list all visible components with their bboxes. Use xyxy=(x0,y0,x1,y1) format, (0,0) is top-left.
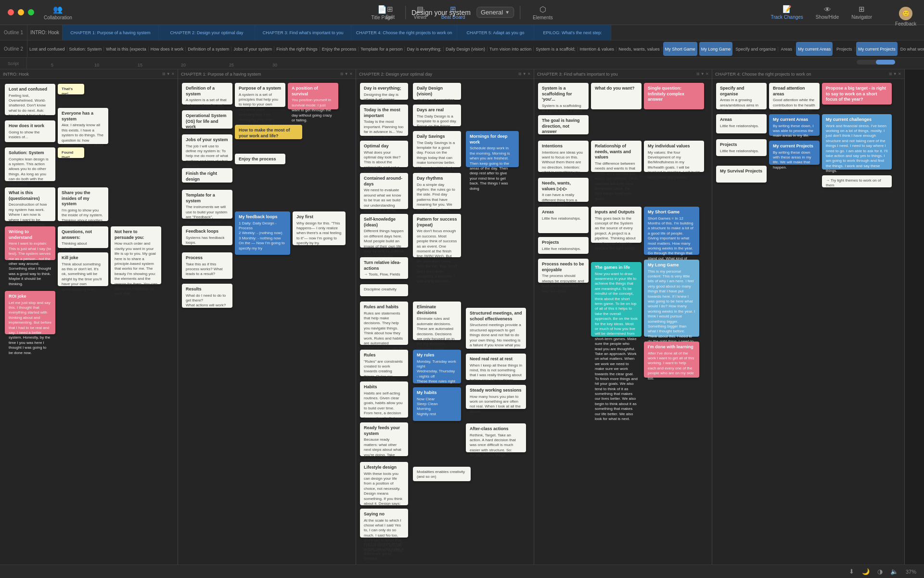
card-what-is-this[interactable]: What is this (questionaires) Deconstruct… xyxy=(5,187,55,221)
card-share-insides[interactable]: Share you the insides of my system I'm g… xyxy=(58,187,108,221)
close-button[interactable] xyxy=(8,9,14,15)
card-ready-feeds[interactable]: Ready feeds your system Because ready ma… xyxy=(360,422,408,456)
card-areas-ch4[interactable]: Areas Little five relationships. xyxy=(716,114,767,133)
card-writing-to-understand[interactable]: Writing to understand Here I want to exp… xyxy=(5,226,55,260)
card-results[interactable]: Results What do I need to do to get ther… xyxy=(182,284,232,308)
track-changes-button[interactable]: 📝 Track Changes xyxy=(765,3,808,22)
card-structured-meetings[interactable]: Structured meetings, and school effectiv… xyxy=(466,308,526,349)
card-finish-right[interactable]: Finish the right design xyxy=(182,168,232,183)
card-thats-me[interactable]: That's me! xyxy=(58,84,84,94)
card-current-areas-ch4[interactable]: My current Areas By writing these down, … xyxy=(769,114,820,136)
card-process-enjoyable[interactable]: Process needs to be enjoyable The proces… xyxy=(538,259,589,283)
card-my-habits[interactable]: My habits Now ClearSleep CleanMorningNig… xyxy=(413,387,461,421)
outline2-item-short-game[interactable]: My Short Game xyxy=(663,42,697,56)
card-discipline[interactable]: Discipline creativity xyxy=(360,284,408,296)
card-purpose[interactable]: Purpose of a system A system is a set of… xyxy=(235,83,285,107)
card-template-system[interactable]: Template for a system The instruments we… xyxy=(182,190,232,219)
card-process[interactable]: Process Take this as if this process wor… xyxy=(182,252,232,279)
card-my-long-game[interactable]: My Long Game This is my personal content… xyxy=(644,260,699,337)
outline2-item-8[interactable]: Template for a person xyxy=(359,47,405,52)
card-saying-no[interactable]: Saying no At the scale to which I chose … xyxy=(360,509,408,538)
section-ch4-controls[interactable]: ⊞ ▼ ✕ xyxy=(889,72,901,76)
card-need-rest[interactable]: Need real rest at rest When I keep all t… xyxy=(466,354,526,380)
card-rules[interactable]: Rules "Rules" are constraints created to… xyxy=(360,350,408,376)
card-specify-organise[interactable]: Specify and organise Areas in a growing … xyxy=(716,83,767,109)
card-optimal-day[interactable]: Optimal day What does your optimal day l… xyxy=(360,141,408,167)
card-operational[interactable]: Operational System (OS) for life and wor… xyxy=(182,110,232,129)
card-pattern-success[interactable]: Pattern for success (repeat) We don't fo… xyxy=(413,214,461,257)
card-intentions[interactable]: Intentions Intentions are ideas you want… xyxy=(538,141,589,172)
card-feedback-loops[interactable]: Feedback loops Systems has feedback loop… xyxy=(182,226,232,245)
card-found-that[interactable]: Found that! xyxy=(58,147,84,158)
card-habits[interactable]: Habits Habits are self-acting routines. … xyxy=(360,381,408,418)
outline2-item-6[interactable]: Finish the right things xyxy=(274,47,320,52)
general-dropdown[interactable]: General ▼ xyxy=(476,7,514,18)
section-ch1-controls[interactable]: ⊞ ▼ ✕ xyxy=(340,72,353,76)
card-self-knowledge[interactable]: Self-knowledge (ideas) Different things … xyxy=(360,214,408,248)
card-what-do-you-want[interactable]: What do you want? xyxy=(591,83,642,109)
outline1-ch1[interactable]: CHAPTER 1: Purpose of a having system xyxy=(63,25,159,40)
card-mornings-deep[interactable]: Mornings for deep work Schedule deep wor… xyxy=(466,131,519,167)
card-lifestyle-design[interactable]: Lifestyle design With these tools you ca… xyxy=(360,462,408,505)
card-rules-habits[interactable]: Rules and habits Rules are statements th… xyxy=(360,302,408,345)
outline2-item-long-game[interactable]: My Long Game xyxy=(699,42,733,56)
card-daily-design[interactable]: Daily Design (vision) started self annot… xyxy=(413,83,461,100)
section-ch3-controls[interactable]: ⊞ ▼ ✕ xyxy=(696,72,709,76)
card-joy-first[interactable]: Joy first Why design for this. "This hap… xyxy=(293,211,346,245)
card-not-persuade[interactable]: Not here to persuade you: How much order… xyxy=(111,226,161,284)
card-goal-having[interactable]: The goal is having direction, not answer xyxy=(538,115,589,134)
card-steady-sessions[interactable]: Steady working sessions How many hours y… xyxy=(466,385,526,409)
section-intro-controls[interactable]: ⊞ ▼ ✕ xyxy=(162,72,175,76)
outline2-item-16[interactable]: Areas xyxy=(778,47,795,52)
outline1-ch3[interactable]: CHAPTER 3: Find what's important to you xyxy=(255,25,351,40)
card-lost-confused[interactable]: Lost and confused Feeling lost, Overwhel… xyxy=(5,84,55,115)
outline1-ch2[interactable]: CHAPTER 2: Design your optimal day xyxy=(159,25,255,40)
card-broad-attention[interactable]: Broad attention areas Good attention whi… xyxy=(769,83,820,109)
show-hide-button[interactable]: 👁 Show/Hide xyxy=(810,3,845,22)
outline2-item-9[interactable]: Day is everything; xyxy=(405,47,444,52)
card-roi-joke[interactable]: ROI joke Let me just stop and say this. … xyxy=(5,291,55,334)
card-position-survival[interactable]: A position of survival You position your… xyxy=(288,83,338,109)
card-inputs-outputs[interactable]: Inputs and Outputs This goes back to the… xyxy=(591,207,642,243)
card-my-rules[interactable]: My rules Monday, Tuesday work nightWedne… xyxy=(413,350,461,383)
outline1-intro[interactable]: INTRO: Hook xyxy=(27,25,63,40)
card-day-everything[interactable]: Day is everything; Designing the day is … xyxy=(360,83,408,100)
card-projects[interactable]: Projects Little five relationships. xyxy=(538,237,589,254)
card-after-class[interactable]: After-class actions Rethink, Target. Tak… xyxy=(466,423,526,452)
outline2-item-7[interactable]: Enjoy the process xyxy=(320,47,359,52)
card-today-most-important[interactable]: Today is the most important Today is the… xyxy=(360,105,408,136)
outline2-item-2[interactable]: What is this (expecta xyxy=(104,47,149,52)
outline2-item-1[interactable]: Solution: System xyxy=(67,47,104,52)
outline2-item-17[interactable]: Projects xyxy=(834,47,855,52)
outline2-item-current-areas[interactable]: My current Areas xyxy=(796,42,833,56)
outline2-item-14[interactable]: Needs, wants, values xyxy=(616,47,662,52)
maximize-button[interactable] xyxy=(28,9,34,15)
title-page-button[interactable]: 📄 Title Page xyxy=(364,3,399,22)
card-done-learning[interactable]: I'm done with learning After I've done a… xyxy=(644,342,699,378)
card-relationship[interactable]: Relationship of needs, wants and values … xyxy=(591,141,642,172)
elements-button[interactable]: ⬡ Elements xyxy=(526,3,560,22)
card-eliminate-decisions[interactable]: Eliminate decisions Eliminate rules and … xyxy=(413,302,461,340)
card-kill-joke[interactable]: Kill joke Think about something as this … xyxy=(58,252,108,286)
outline2-item-11[interactable]: Turn vision into action xyxy=(488,47,534,52)
card-projects-ch4[interactable]: Projects Little five relationships. xyxy=(716,139,767,156)
card-day-rhythms[interactable]: Day rhythms Do a simple day rhythm: the … xyxy=(413,173,461,209)
card-current-projects-ch4[interactable]: My current Projects By writing these dow… xyxy=(769,141,820,165)
moon-icon[interactable]: 🌙 xyxy=(862,568,870,575)
scroll-bar-track[interactable] xyxy=(857,60,895,65)
card-my-short-game[interactable]: My Short Game Short Games = In 12 Months… xyxy=(644,207,699,255)
collaboration-button[interactable]: 👥 Collaboration xyxy=(44,5,72,20)
download-icon[interactable]: ⬇ xyxy=(849,568,854,575)
outline2-item-5[interactable]: Jobs of your system xyxy=(231,47,274,52)
card-try-light-themes[interactable]: → Try light themes to work on of them xyxy=(822,175,892,187)
feedback-button[interactable]: 🙂 Feedback xyxy=(895,7,916,26)
outline2-item-15[interactable]: Specify and organize xyxy=(733,47,778,52)
outline1-epilog[interactable]: EPILOG: What's the next step: xyxy=(534,25,611,40)
card-make-most[interactable]: How to make the most of your work and li… xyxy=(235,125,302,139)
outline2-item-13[interactable]: Intention & values xyxy=(578,47,617,52)
card-scaffolding[interactable]: System is a scaffolding for 'you'... Sys… xyxy=(538,83,589,109)
card-questions-not-answers[interactable]: Questions, not answers: Thinking about p… xyxy=(58,226,108,248)
card-daily-savings[interactable]: Daily Savings The Daily Savings is a tem… xyxy=(413,131,461,167)
outline1-ch4[interactable]: CHAPTER 4: Choose the right projects to … xyxy=(351,25,457,40)
card-my-feedback[interactable]: My feedback loops 1 Daily: Daily Design … xyxy=(235,211,290,255)
